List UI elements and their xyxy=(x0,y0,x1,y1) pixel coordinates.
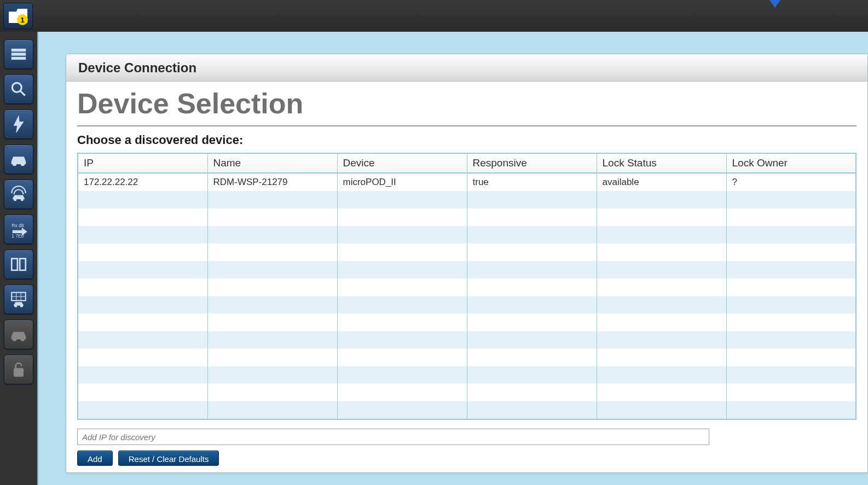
table-row-empty[interactable] xyxy=(78,296,856,314)
table-row-empty[interactable] xyxy=(78,384,856,401)
table-row-empty[interactable] xyxy=(78,314,856,331)
cell-empty xyxy=(467,349,597,366)
cell-empty xyxy=(78,209,207,226)
table-row-empty[interactable] xyxy=(78,226,856,244)
cell-empty xyxy=(207,314,337,331)
col-device[interactable]: Device xyxy=(337,153,467,173)
table-row-empty[interactable] xyxy=(78,244,856,261)
col-lock-owner[interactable]: Lock Owner xyxy=(726,153,856,173)
cell-device: microPOD_II xyxy=(337,173,467,191)
data-transfer-icon: Rx d81 7E0 xyxy=(9,220,28,239)
table-row-empty[interactable] xyxy=(78,401,856,419)
cell-empty xyxy=(467,191,597,209)
svg-rect-22 xyxy=(14,368,24,377)
cell-ip: 172.22.22.22 xyxy=(78,173,207,191)
device-connection-panel: Device Connection Device Selection Choos… xyxy=(66,54,868,473)
cell-empty xyxy=(726,191,856,209)
table-row-empty[interactable] xyxy=(78,279,856,296)
cell-empty xyxy=(337,401,467,419)
sidebar-vehicle-search-button[interactable] xyxy=(4,74,33,104)
sidebar-compare-button[interactable] xyxy=(4,250,33,279)
svg-rect-13 xyxy=(20,258,26,270)
vehicle-grid-icon xyxy=(9,290,28,309)
table-row-empty[interactable] xyxy=(78,349,856,366)
cell-empty xyxy=(597,384,726,401)
lock-icon xyxy=(9,360,28,379)
cell-empty xyxy=(726,349,856,366)
cell-empty xyxy=(726,226,856,244)
sidebar-vehicle-button[interactable] xyxy=(4,145,33,174)
cell-empty xyxy=(207,401,337,419)
cell-empty xyxy=(726,401,856,419)
table-row[interactable]: 172.22.22.22RDM-WSP-21279microPOD_IItrue… xyxy=(78,173,856,191)
svg-point-3 xyxy=(12,83,21,92)
cell-empty xyxy=(78,279,207,296)
svg-point-20 xyxy=(13,337,16,340)
cell-empty xyxy=(207,244,337,261)
cell-empty xyxy=(337,349,467,366)
cell-empty xyxy=(467,244,597,261)
cell-empty xyxy=(467,314,597,331)
cell-empty xyxy=(207,226,337,244)
sidebar-data-transfer-button[interactable]: Rx d81 7E0 xyxy=(4,215,33,244)
cell-empty xyxy=(467,209,597,226)
panel-subtitle: Choose a discovered device: xyxy=(77,126,857,153)
cell-empty xyxy=(207,191,337,209)
cell-empty xyxy=(207,209,337,226)
svg-rect-0 xyxy=(11,49,26,51)
cell-empty xyxy=(337,314,467,331)
reset-defaults-button[interactable]: Reset / Clear Defaults xyxy=(118,451,219,466)
table-row-empty[interactable] xyxy=(78,366,856,384)
table-row-empty[interactable] xyxy=(78,261,856,279)
cell-empty xyxy=(337,191,467,209)
cell-lock_status: available xyxy=(597,173,726,191)
cell-empty xyxy=(337,296,467,314)
cell-empty xyxy=(78,349,207,366)
svg-point-7 xyxy=(21,162,24,165)
cell-empty xyxy=(597,244,726,261)
main-content: Device Connection Device Selection Choos… xyxy=(38,32,868,485)
col-ip[interactable]: IP xyxy=(78,153,207,173)
sidebar: Rx d81 7E0 xyxy=(0,32,38,485)
sidebar-disabled-vehicle-button xyxy=(4,320,33,349)
svg-point-8 xyxy=(14,198,16,200)
inbox-folder-button[interactable]: 1 xyxy=(3,3,33,29)
table-row-empty[interactable] xyxy=(78,191,856,209)
sidebar-menu-button[interactable] xyxy=(4,39,33,69)
sidebar-flash-button[interactable] xyxy=(4,109,33,139)
cell-empty xyxy=(78,401,207,419)
sidebar-vehicle-grid-button[interactable] xyxy=(4,285,33,314)
cell-empty xyxy=(597,401,726,419)
compare-panel-icon xyxy=(9,255,28,274)
folder-count-badge: 1 xyxy=(17,14,28,25)
cell-empty xyxy=(337,366,467,384)
svg-rect-12 xyxy=(11,258,18,270)
page-title: Device Selection xyxy=(77,85,857,126)
cell-empty xyxy=(726,314,856,331)
col-name[interactable]: Name xyxy=(207,153,337,173)
cell-empty xyxy=(726,244,856,261)
cell-empty xyxy=(726,279,856,296)
ip-discovery-input[interactable] xyxy=(77,429,709,445)
add-ip-button[interactable]: Add xyxy=(77,451,113,466)
col-lock-status[interactable]: Lock Status xyxy=(597,153,726,173)
device-table: IP Name Device Responsive Lock Status Lo… xyxy=(77,153,857,420)
menu-icon xyxy=(9,45,28,63)
cell-lock_owner: ? xyxy=(726,173,856,191)
vehicle-disabled-icon xyxy=(9,325,28,344)
vehicle-icon xyxy=(9,150,28,169)
col-responsive[interactable]: Responsive xyxy=(467,153,597,173)
cell-empty xyxy=(467,401,597,419)
cell-empty xyxy=(78,261,207,279)
cell-empty xyxy=(726,296,856,314)
sidebar-wireless-button[interactable] xyxy=(4,180,33,209)
cell-empty xyxy=(207,279,337,296)
panel-header: Device Connection xyxy=(66,54,867,82)
cell-empty xyxy=(207,296,337,314)
cell-empty xyxy=(207,349,337,366)
svg-rect-1 xyxy=(11,53,26,55)
cell-empty xyxy=(597,366,726,384)
table-row-empty[interactable] xyxy=(78,331,856,349)
table-row-empty[interactable] xyxy=(78,209,856,226)
svg-point-19 xyxy=(20,305,22,307)
